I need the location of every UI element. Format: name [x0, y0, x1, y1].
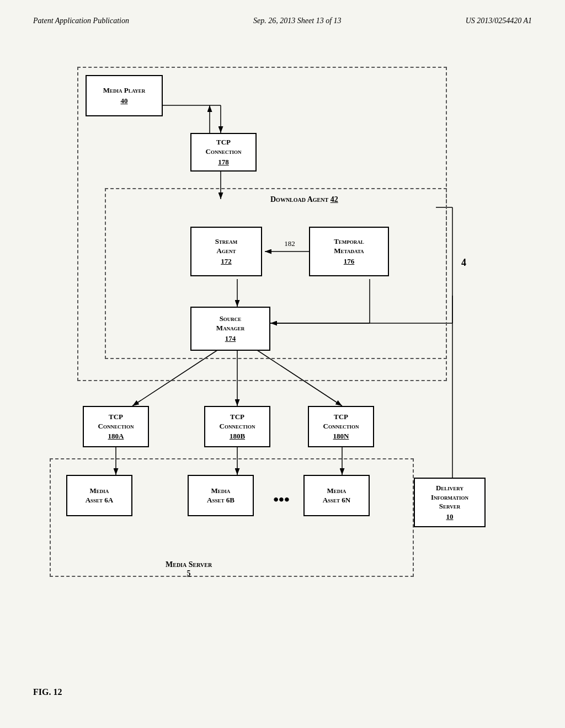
- stream-agent-box: StreamAgent 172: [190, 227, 262, 276]
- media-server-label: Media Server 5: [166, 560, 212, 578]
- tcp-178-number: 178: [218, 158, 229, 167]
- tcp-180a-number: 180A: [108, 432, 124, 441]
- source-manager-title: SourceManager: [216, 314, 244, 333]
- tcp-180a-box: TCPConnection 180A: [83, 406, 149, 447]
- tcp-180b-title: TCPConnection: [220, 413, 255, 431]
- download-agent-label: Download Agent 42: [270, 195, 338, 204]
- tcp-180n-number: 180N: [333, 432, 349, 441]
- label-4: 4: [461, 257, 466, 269]
- temporal-metadata-title: TemporalMetadata: [334, 237, 364, 256]
- header-left: Patent Application Publication: [33, 17, 129, 25]
- media-player-number: 40: [121, 97, 128, 105]
- delivery-info-number: 10: [446, 512, 454, 521]
- media-player-box: Media Player 40: [86, 75, 163, 116]
- stream-agent-number: 172: [221, 257, 232, 266]
- tcp-180n-title: TCPConnection: [323, 413, 359, 431]
- stream-agent-title: StreamAgent: [215, 237, 238, 256]
- tcp-180a-title: TCPConnection: [98, 413, 134, 431]
- media-asset-6n-box: MediaAsset 6N: [303, 475, 370, 516]
- source-manager-box: SourceManager 174: [190, 307, 270, 351]
- source-manager-number: 174: [225, 334, 236, 343]
- tcp-connection-178-box: TCPConnection 178: [190, 133, 257, 172]
- page-header: Patent Application Publication Sep. 26, …: [33, 17, 532, 25]
- media-asset-6b-title: MediaAsset 6B: [207, 486, 234, 505]
- media-asset-6b-box: MediaAsset 6B: [188, 475, 254, 516]
- tcp-180n-box: TCPConnection 180N: [308, 406, 374, 447]
- tcp-180b-box: TCPConnection 180B: [204, 406, 270, 447]
- media-asset-6a-title: MediaAsset 6A: [86, 486, 114, 505]
- temporal-metadata-number: 176: [344, 257, 355, 266]
- tcp-178-title: TCPConnection: [206, 138, 242, 157]
- media-asset-6n-title: MediaAsset 6N: [323, 486, 351, 505]
- media-asset-6a-box: MediaAsset 6A: [66, 475, 132, 516]
- delivery-info-title: DeliveryInformationServer: [431, 484, 468, 512]
- download-agent-boundary: [105, 188, 447, 359]
- diagram-area: 182: [33, 42, 532, 676]
- temporal-metadata-box: TemporalMetadata 176: [309, 227, 389, 276]
- delivery-info-server-box: DeliveryInformationServer 10: [414, 478, 486, 527]
- page: Patent Application Publication Sep. 26, …: [0, 0, 565, 728]
- header-right: US 2013/0254420 A1: [466, 17, 532, 25]
- ellipsis: •••: [265, 489, 298, 511]
- header-center: Sep. 26, 2013 Sheet 13 of 13: [253, 17, 341, 25]
- media-player-title: Media Player: [103, 86, 146, 95]
- fig-label: FIG. 12: [33, 687, 532, 697]
- tcp-180b-number: 180B: [230, 432, 245, 441]
